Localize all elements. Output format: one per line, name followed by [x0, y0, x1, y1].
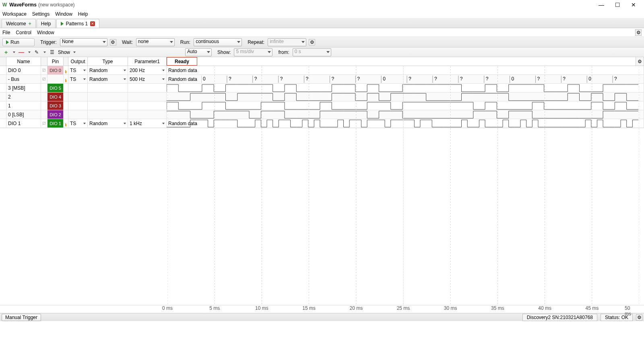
edit-icon[interactable]	[64, 75, 68, 83]
app-title: WaveForms	[9, 2, 37, 8]
add-signal-button[interactable]: +	[2, 49, 10, 56]
run-toolbar: Run Trigger: None ⚙ Wait: none Run: cont…	[0, 37, 644, 47]
param-select[interactable]: 200 Hz	[128, 66, 167, 74]
menu-settings[interactable]: Settings	[32, 11, 50, 17]
view-toolbar: + — ✎ ☰ Show Auto Show: 5 ms/div from: 0…	[0, 47, 644, 57]
trigger-icon[interactable]	[41, 84, 47, 92]
pin-badge[interactable]: DIO 3	[47, 101, 64, 110]
edit-icon[interactable]	[64, 101, 68, 110]
remove-signal-button[interactable]: —	[18, 49, 25, 56]
pin-badge[interactable]: DIO 0	[47, 66, 64, 74]
trigger-icon[interactable]	[41, 119, 47, 128]
list-icon[interactable]: ☰	[48, 49, 56, 56]
trigger-icon[interactable]	[41, 93, 47, 101]
submenu-file[interactable]: File	[2, 30, 10, 35]
close-icon[interactable]: ✕	[90, 21, 95, 26]
expand-cell[interactable]	[0, 66, 6, 74]
menu-workspace[interactable]: Workspace	[2, 11, 27, 17]
menu-help[interactable]: Help	[78, 11, 88, 17]
output-column[interactable]: Output	[68, 57, 88, 66]
menu-window[interactable]: Window	[55, 11, 72, 17]
type-select	[88, 110, 128, 119]
signal-name[interactable]: 0 [LSB]	[6, 110, 41, 119]
type-select[interactable]: Random	[88, 66, 128, 74]
time-tick: 0 ms	[162, 305, 173, 311]
param-select[interactable]: 500 Hz	[128, 75, 167, 83]
signal-name[interactable]: DIO 0	[6, 66, 41, 74]
pin-badge[interactable]: DIO 5	[47, 84, 64, 92]
output-select[interactable]: TS	[68, 119, 88, 128]
trigger-settings-icon[interactable]: ⚙	[110, 39, 116, 45]
edit-button[interactable]: ✎	[33, 49, 40, 56]
expand-cell[interactable]	[0, 110, 6, 119]
repeat-select[interactable]: infinite	[268, 38, 306, 46]
trigger-icon[interactable]	[41, 110, 47, 119]
edit-icon[interactable]	[64, 119, 68, 128]
close-button[interactable]: ✕	[625, 0, 642, 10]
type-select	[88, 84, 128, 92]
edit-icon[interactable]	[64, 84, 68, 92]
run-button[interactable]: Run	[2, 38, 35, 46]
manual-trigger-button[interactable]: Manual Trigger	[2, 314, 41, 321]
waveform-column: Ready	[167, 57, 636, 66]
pin-column[interactable]: Pin	[47, 57, 64, 66]
chevron-down-icon[interactable]	[73, 51, 76, 53]
edit-icon[interactable]	[64, 66, 68, 74]
param-select[interactable]: 1 kHz	[128, 119, 167, 128]
time-axis: 0 ms5 ms10 ms15 ms20 ms25 ms30 ms35 ms40…	[0, 305, 644, 313]
signal-name[interactable]: DIO 1	[6, 119, 41, 128]
signal-name[interactable]: - Bus	[6, 75, 41, 83]
maximize-button[interactable]: ☐	[609, 0, 625, 10]
timebase-select[interactable]: 5 ms/div	[234, 48, 272, 56]
output-select[interactable]: TS	[68, 66, 88, 74]
wait-select[interactable]: none	[136, 38, 175, 46]
submenu-control[interactable]: Control	[16, 30, 31, 35]
tab-patterns[interactable]: Patterns 1 ✕	[56, 19, 100, 28]
type-select[interactable]: Random	[88, 119, 128, 128]
play-icon	[61, 22, 64, 26]
trigger-icon[interactable]	[41, 66, 47, 74]
settings-icon[interactable]: ⚙	[635, 29, 642, 36]
from-select[interactable]: 0 s	[293, 48, 331, 56]
signal-name[interactable]: 1	[6, 101, 41, 110]
trigger-icon[interactable]	[41, 75, 47, 83]
tab-welcome[interactable]: Welcome +	[2, 19, 36, 28]
submenu-window[interactable]: Window	[37, 30, 54, 35]
expand-cell[interactable]	[0, 84, 6, 92]
minimize-button[interactable]: ―	[593, 0, 609, 10]
type-select[interactable]: Random	[88, 75, 128, 83]
tab-label: Welcome	[6, 21, 26, 27]
expand-cell[interactable]	[0, 101, 6, 110]
edit-icon[interactable]	[64, 93, 68, 101]
plot-region[interactable]	[0, 128, 644, 305]
show-button[interactable]: Show	[58, 49, 70, 55]
type-column[interactable]: Type	[88, 57, 128, 66]
pin-badge[interactable]: DIO 1	[47, 119, 64, 128]
trigger-icon[interactable]	[41, 101, 47, 110]
expand-cell[interactable]	[0, 119, 6, 128]
expand-cell[interactable]	[0, 93, 6, 101]
name-column[interactable]: Name	[6, 57, 41, 66]
expand-cell[interactable]	[0, 75, 6, 83]
tab-help[interactable]: Help	[37, 19, 56, 28]
auto-select[interactable]: Auto	[185, 48, 212, 56]
pin-badge[interactable]: DIO 2	[47, 110, 64, 119]
wait-value: none	[138, 39, 149, 44]
output-select[interactable]: TS	[68, 75, 88, 83]
svg-line-1	[43, 69, 45, 72]
signal-name[interactable]: 3 [MSB]	[6, 84, 41, 92]
chevron-down-icon[interactable]	[13, 51, 15, 53]
pin-badge[interactable]: DIO 4	[47, 93, 64, 101]
runmode-label: Run:	[180, 39, 190, 45]
repeat-settings-icon[interactable]: ⚙	[309, 39, 315, 45]
param-select	[128, 93, 167, 101]
signal-name[interactable]: 2	[6, 93, 41, 101]
runmode-select[interactable]: continuous	[194, 38, 242, 46]
chevron-down-icon[interactable]	[43, 51, 46, 53]
settings-column[interactable]: ⚙	[636, 57, 644, 66]
chevron-down-icon[interactable]	[28, 51, 31, 53]
trigger-select[interactable]: None	[60, 38, 107, 46]
param-column[interactable]: Parameter1	[128, 57, 167, 66]
pin-badge[interactable]	[47, 75, 64, 83]
edit-icon[interactable]	[64, 110, 68, 119]
